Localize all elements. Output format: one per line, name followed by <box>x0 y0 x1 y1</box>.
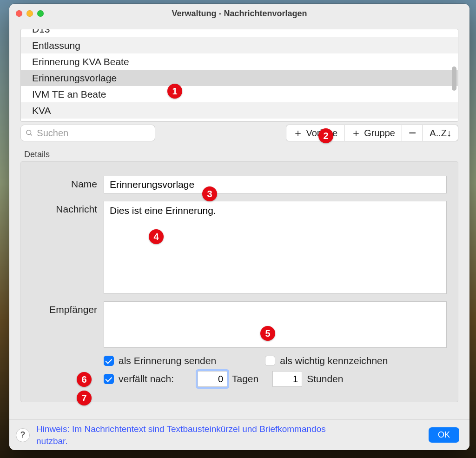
hint-link[interactable]: Hinweis: Im Nachrichtentext sind Textbau… <box>36 423 338 447</box>
sort-label: A..Z↓ <box>430 128 451 139</box>
ok-button[interactable]: OK <box>429 427 459 443</box>
window-title: Verwaltung - Nachrichtenvorlagen <box>9 9 469 19</box>
add-template-label: Vorlage <box>306 128 337 139</box>
toolbar-buttons: ＋ Vorlage ＋ Gruppe − A..Z↓ <box>286 125 458 141</box>
search-field[interactable] <box>20 125 155 141</box>
help-button[interactable]: ? <box>16 428 30 442</box>
list-item[interactable]: IVM TE an Beate <box>21 86 458 102</box>
plus-icon: ＋ <box>351 126 361 140</box>
svg-point-0 <box>26 130 31 135</box>
name-label: Name <box>32 176 97 190</box>
list-toolbar: ＋ Vorlage ＋ Gruppe − A..Z↓ <box>20 125 458 141</box>
recipients-field[interactable] <box>104 301 447 348</box>
send-as-reminder-checkbox[interactable] <box>104 356 114 366</box>
expires-label: verfällt nach: <box>119 373 193 385</box>
scrollbar-thumb[interactable] <box>452 66 456 91</box>
list-item[interactable]: Entlassung <box>21 37 458 53</box>
search-input[interactable] <box>37 128 150 139</box>
list-item[interactable]: KVA <box>21 102 458 119</box>
recipients-label: Empfänger <box>32 301 97 315</box>
plus-icon: ＋ <box>293 126 303 140</box>
message-textarea[interactable] <box>104 201 447 294</box>
expires-row: verfällt nach: Tagen Stunden <box>104 371 447 387</box>
mark-important-label: als wichtig kennzeichnen <box>280 355 388 366</box>
details-panel: Name Nachricht Empfänger als Erinnerung … <box>20 161 458 402</box>
titlebar: Verwaltung - Nachrichtenvorlagen <box>9 4 469 23</box>
name-input[interactable] <box>104 176 447 193</box>
reminder-row: als Erinnerung senden als wichtig kennze… <box>104 355 447 366</box>
sort-button[interactable]: A..Z↓ <box>423 125 458 141</box>
expires-hours-input[interactable] <box>272 371 302 387</box>
remove-button[interactable]: − <box>402 125 423 141</box>
expires-days-input[interactable] <box>198 371 227 387</box>
search-icon <box>26 129 33 137</box>
expires-hours-label: Stunden <box>307 373 343 385</box>
list-item-selected[interactable]: Erinnerungsvorlage <box>21 70 458 86</box>
footer: ? Hinweis: Im Nachrichtentext sind Textb… <box>9 419 469 450</box>
expires-checkbox[interactable] <box>104 374 114 384</box>
mark-important-checkbox[interactable] <box>265 356 275 366</box>
add-template-button[interactable]: ＋ Vorlage <box>286 125 344 141</box>
template-list[interactable]: D13 Entlassung Erinnerung KVA Beate Erin… <box>20 29 458 122</box>
window: Verwaltung - Nachrichtenvorlagen D13 Ent… <box>9 4 469 450</box>
add-group-button[interactable]: ＋ Gruppe <box>344 125 402 141</box>
details-section-label: Details <box>24 150 458 159</box>
list-item[interactable]: Erinnerung KVA Beate <box>21 53 458 70</box>
content: D13 Entlassung Erinnerung KVA Beate Erin… <box>9 23 469 419</box>
svg-line-1 <box>30 134 32 135</box>
expires-days-label: Tagen <box>232 373 258 385</box>
add-group-label: Gruppe <box>364 128 395 139</box>
send-as-reminder-label: als Erinnerung senden <box>119 355 216 366</box>
list-item[interactable]: D13 <box>21 29 458 37</box>
message-label: Nachricht <box>32 201 97 215</box>
